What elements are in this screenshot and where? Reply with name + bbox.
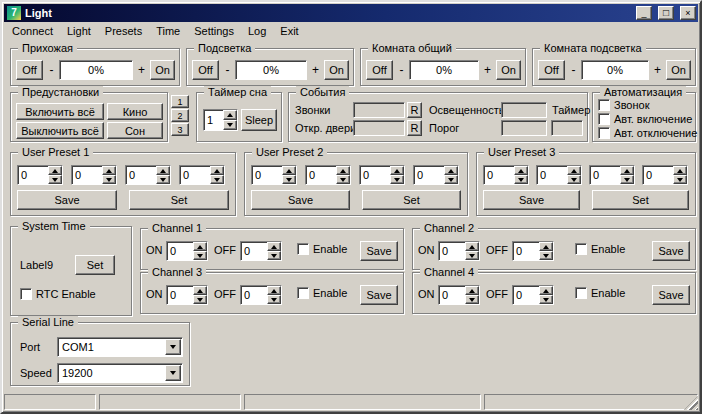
hallway-on-button[interactable]: On <box>150 60 175 80</box>
room-main-plus-button[interactable]: + <box>481 60 494 80</box>
time-set-button[interactable]: Set <box>75 255 115 275</box>
spin-up-button[interactable] <box>444 166 458 175</box>
preset1-spin-1[interactable]: 0 <box>17 165 63 185</box>
spin-up-button[interactable] <box>539 286 553 295</box>
sleep-button[interactable]: Sleep <box>241 109 277 131</box>
auto-off-checkbox[interactable]: Авт. отключение <box>598 127 697 139</box>
channel1-save-button[interactable]: Save <box>360 241 398 261</box>
channel2-enable-checkbox[interactable]: Enable <box>575 243 625 255</box>
menu-log[interactable]: Log <box>241 23 273 39</box>
room-backlight-minus-button[interactable]: - <box>567 60 580 80</box>
preset2-spin-1[interactable]: 0 <box>251 165 297 185</box>
spin-up-button[interactable] <box>390 166 404 175</box>
all-on-button[interactable]: Включить всё <box>16 103 104 120</box>
preset3-spin-3[interactable]: 0 <box>589 165 635 185</box>
channel3-on-spinner[interactable]: 0 <box>166 285 208 305</box>
hallway-plus-button[interactable]: + <box>135 60 148 80</box>
spin-down-button[interactable] <box>336 175 350 184</box>
memory-3-button[interactable]: 3 <box>171 123 189 136</box>
spin-down-button[interactable] <box>210 175 224 184</box>
memory-1-button[interactable]: 1 <box>171 95 189 108</box>
preset2-save-button[interactable]: Save <box>251 190 350 210</box>
spin-down-button[interactable] <box>282 175 296 184</box>
room-backlight-on-button[interactable]: On <box>666 60 691 80</box>
spin-down-button[interactable] <box>673 175 687 184</box>
spin-up-button[interactable] <box>267 286 281 295</box>
preset3-spin-4[interactable]: 0 <box>642 165 688 185</box>
dropdown-arrow-icon[interactable] <box>165 339 181 355</box>
channel4-enable-checkbox[interactable]: Enable <box>575 287 625 299</box>
minimize-button[interactable]: _ <box>636 6 652 20</box>
spin-up-button[interactable] <box>673 166 687 175</box>
channel3-off-spinner[interactable]: 0 <box>240 285 282 305</box>
rtc-enable-checkbox[interactable]: RTC Enable <box>20 288 96 300</box>
hallway-off-button[interactable]: Off <box>16 60 43 80</box>
backlight-off-button[interactable]: Off <box>192 60 219 80</box>
preset2-spin-2[interactable]: 0 <box>305 165 351 185</box>
channel3-enable-checkbox[interactable]: Enable <box>297 287 347 299</box>
spin-down-button[interactable] <box>465 295 479 304</box>
preset1-save-button[interactable]: Save <box>17 190 117 210</box>
port-combobox[interactable]: COM1 <box>57 337 183 357</box>
preset1-spin-2[interactable]: 0 <box>71 165 117 185</box>
spin-down-button[interactable] <box>223 120 237 130</box>
memory-2-button[interactable]: 2 <box>171 109 189 122</box>
preset1-spin-4[interactable]: 0 <box>179 165 225 185</box>
hallway-level-field[interactable]: 0% <box>59 60 133 80</box>
spin-down-button[interactable] <box>539 251 553 260</box>
channel3-save-button[interactable]: Save <box>360 285 398 305</box>
channel1-on-spinner[interactable]: 0 <box>166 241 208 261</box>
channel2-off-spinner[interactable]: 0 <box>512 241 554 261</box>
spin-up-button[interactable] <box>267 242 281 251</box>
room-backlight-level-field[interactable]: 0% <box>581 60 649 80</box>
spin-down-button[interactable] <box>444 175 458 184</box>
room-main-minus-button[interactable]: - <box>395 60 408 80</box>
calls-reset-button[interactable]: R <box>407 102 422 118</box>
close-button[interactable]: × <box>680 6 696 20</box>
maximize-button[interactable]: □ <box>658 6 674 20</box>
preset2-set-button[interactable]: Set <box>362 190 461 210</box>
channel4-off-spinner[interactable]: 0 <box>512 285 554 305</box>
room-backlight-off-button[interactable]: Off <box>538 60 565 80</box>
menu-light[interactable]: Light <box>60 23 98 39</box>
spin-up-button[interactable] <box>210 166 224 175</box>
channel1-off-spinner[interactable]: 0 <box>240 241 282 261</box>
spin-up-button[interactable] <box>193 286 207 295</box>
spin-down-button[interactable] <box>48 175 62 184</box>
backlight-level-field[interactable]: 0% <box>235 60 307 80</box>
spin-up-button[interactable] <box>620 166 634 175</box>
door-reset-button[interactable]: R <box>407 120 422 136</box>
menu-time[interactable]: Time <box>149 23 187 39</box>
channel1-enable-checkbox[interactable]: Enable <box>297 243 347 255</box>
spin-down-button[interactable] <box>102 175 116 184</box>
spin-down-button[interactable] <box>620 175 634 184</box>
spin-down-button[interactable] <box>267 295 281 304</box>
spin-down-button[interactable] <box>539 295 553 304</box>
channel2-on-spinner[interactable]: 0 <box>438 241 480 261</box>
spin-up-button[interactable] <box>282 166 296 175</box>
room-main-level-field[interactable]: 0% <box>409 60 479 80</box>
channel2-save-button[interactable]: Save <box>652 241 690 261</box>
dropdown-arrow-icon[interactable] <box>165 365 181 381</box>
preset2-spin-4[interactable]: 0 <box>413 165 459 185</box>
sleep-timer-spinner[interactable]: 1 <box>203 109 238 131</box>
spin-down-button[interactable] <box>193 295 207 304</box>
room-main-on-button[interactable]: On <box>496 60 521 80</box>
preset3-set-button[interactable]: Set <box>592 190 689 210</box>
preset3-save-button[interactable]: Save <box>483 190 580 210</box>
spin-up-button[interactable] <box>193 242 207 251</box>
menu-settings[interactable]: Settings <box>187 23 241 39</box>
spin-up-button[interactable] <box>336 166 350 175</box>
cinema-button[interactable]: Кино <box>107 103 163 120</box>
room-backlight-plus-button[interactable]: + <box>651 60 664 80</box>
menu-exit[interactable]: Exit <box>273 23 305 39</box>
spin-down-button[interactable] <box>267 251 281 260</box>
preset1-set-button[interactable]: Set <box>129 190 229 210</box>
spin-up-button[interactable] <box>465 286 479 295</box>
room-main-off-button[interactable]: Off <box>366 60 393 80</box>
spin-up-button[interactable] <box>223 110 237 120</box>
bell-checkbox[interactable]: Звонок <box>598 99 650 111</box>
auto-on-checkbox[interactable]: Авт. включение <box>598 113 692 125</box>
preset3-spin-2[interactable]: 0 <box>536 165 582 185</box>
hallway-minus-button[interactable]: - <box>45 60 58 80</box>
